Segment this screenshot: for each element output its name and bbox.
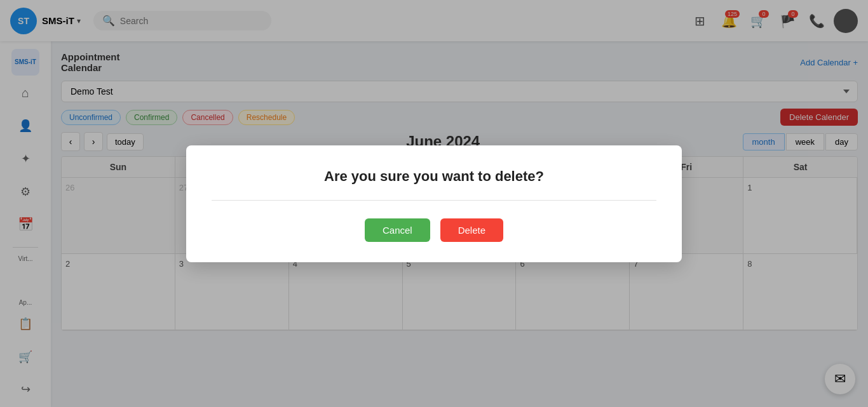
- modal-actions: Cancel Delete: [212, 218, 656, 242]
- modal-box: Are you sure you want to delete? Cancel …: [186, 145, 682, 262]
- cancel-button[interactable]: Cancel: [365, 218, 430, 242]
- modal-title: Are you sure you want to delete?: [212, 168, 656, 185]
- delete-button[interactable]: Delete: [440, 218, 503, 242]
- modal-divider: [212, 200, 656, 201]
- modal-overlay: Are you sure you want to delete? Cancel …: [0, 0, 868, 407]
